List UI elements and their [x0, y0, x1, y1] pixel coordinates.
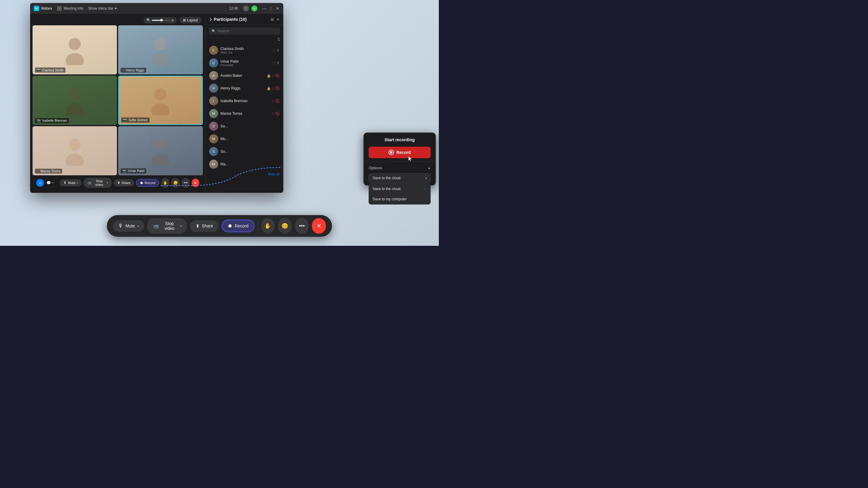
mute-caret-zoom: ▾: [137, 224, 139, 228]
popup-title: Start recording: [384, 137, 415, 142]
svg-point-11: [151, 154, 169, 166]
participant-item-ma2[interactable]: M Ma...: [206, 158, 283, 170]
participant-info-clarissa: Clarissa Smith Host, me: [221, 47, 271, 54]
panel-collapse-icon[interactable]: ❯: [209, 17, 212, 22]
video-grid-header: 🔍 ⊕ ⊞ Layout: [33, 16, 203, 25]
zoom-slider[interactable]: [152, 20, 170, 21]
reaction-button-inline[interactable]: 😊: [171, 178, 180, 188]
video-cell-isabelle[interactable]: 📷 Isabelle Brennan: [33, 76, 117, 125]
toolbar-webex-icon: ◎: [36, 179, 44, 187]
raise-hand-button-inline[interactable]: ✋: [161, 178, 169, 188]
participant-name-mu: Mu...: [221, 137, 280, 141]
participant-name-isabella: Isabella Brennan: [221, 99, 270, 103]
mute-button-inline[interactable]: 🎙 Mute ▾: [60, 179, 82, 187]
video-grid: 📷 Clarissa Smith ✕: [33, 25, 203, 175]
stop-video-label-zoom: Stop video: [161, 221, 178, 231]
video-cell-marise[interactable]: ✕ Marise Torres: [33, 126, 117, 175]
zoom-slider-fill: [152, 20, 161, 21]
layout-button[interactable]: ⊞ Layout: [179, 17, 202, 24]
mute-icon-henry: ✕: [122, 69, 125, 72]
mute-all-button[interactable]: Mute all: [268, 172, 280, 176]
toolbar-chat-btn[interactable]: 💬 ▾: [44, 180, 56, 186]
record-button-inline[interactable]: ⏺ Record: [136, 179, 159, 187]
more-button-zoom[interactable]: •••: [295, 218, 309, 234]
record-icon-zoom: ⏺: [227, 223, 232, 229]
avatar-so: S: [209, 122, 218, 131]
sort-icon[interactable]: ⇅: [277, 37, 280, 41]
save-option-cloud[interactable]: Save to the cloud ✓: [369, 184, 430, 194]
save-dropdown-chevron-icon: ▾: [425, 176, 427, 180]
participant-item-clarissa[interactable]: C Clarissa Smith Host, me □ 🎙: [206, 44, 283, 57]
save-selected-label: Save to the cloud: [373, 176, 401, 180]
participant-item-so2[interactable]: S So...: [206, 145, 283, 158]
share-button-zoom[interactable]: ⬆ Share: [190, 220, 218, 232]
app-window: W Webex i Meeting info Show menu bar ▾ 1…: [30, 3, 283, 193]
participant-info-austen: Austen Baker: [221, 73, 265, 78]
status-icon: ●: [251, 5, 257, 11]
clock-display: 12:40: [229, 6, 238, 10]
stop-video-button-zoom[interactable]: 📹 Stop video ▾: [147, 218, 187, 234]
participant-icons-clarissa: □ 🎙: [273, 48, 280, 52]
participant-item-henry[interactable]: H Henry Riggs 🔒 □ 🚫: [206, 82, 283, 95]
participant-icons-umar: □ 🎙: [273, 61, 280, 65]
record-button-zoom[interactable]: ⏺ Record: [221, 220, 254, 232]
video-cell-clarissa[interactable]: 📷 Clarissa Smith: [33, 25, 117, 74]
end-call-button-inline[interactable]: ✕: [192, 178, 199, 187]
video-feed-henry: [118, 25, 203, 74]
participant-info-isabella: Isabella Brennan: [221, 99, 270, 103]
participant-name-henry: Henry Riggs: [221, 86, 265, 90]
stop-video-label: Stop video: [93, 179, 105, 187]
end-call-button-zoom[interactable]: ✕: [312, 218, 326, 234]
mute-all-row: Mute all: [206, 170, 283, 178]
save-option-computer[interactable]: Save to my computer: [369, 194, 430, 204]
video-cell-henry[interactable]: ✕ Henry Riggs: [118, 25, 203, 74]
avatar-ma2: M: [209, 160, 218, 169]
video-icon-zoom: 📹: [153, 223, 159, 229]
participants-panel: ❯ Participants (10) ⊞ ✕ 🔍 ⇅ C: [205, 14, 283, 193]
raise-hand-button-zoom[interactable]: ✋: [261, 218, 275, 234]
webex-icon: W: [34, 6, 39, 11]
video-label-clarissa: 📷 Clarissa Smith: [35, 67, 65, 73]
participant-name-austen: Austen Baker: [221, 73, 265, 78]
svg-point-0: [69, 38, 81, 50]
reaction-button-zoom[interactable]: 😊: [278, 218, 292, 234]
more-icon: •••: [184, 181, 188, 185]
share-button-inline[interactable]: ⬆ Share: [114, 179, 134, 187]
more-button-inline[interactable]: •••: [181, 178, 190, 188]
end-call-icon: ✕: [193, 181, 197, 185]
participant-item-mu[interactable]: M Mu...: [206, 133, 283, 145]
participants-list: C Clarissa Smith Host, me □ 🎙 U: [206, 43, 283, 193]
zoom-control[interactable]: 🔍 ⊕: [144, 17, 177, 24]
maximize-button[interactable]: □: [269, 6, 273, 10]
avatar-clarissa: C: [209, 46, 218, 55]
minimize-button[interactable]: —: [262, 6, 267, 10]
video-cell-sofia[interactable]: 📷 Sofia Gomez: [118, 76, 203, 125]
save-dropdown-trigger[interactable]: Save to the cloud ▾: [369, 173, 431, 183]
record-start-button[interactable]: Record: [369, 147, 431, 158]
participant-item-umar[interactable]: U Umar Patel Presenter □ 🎙: [206, 57, 283, 69]
video-icon-marise: □: [272, 112, 274, 116]
participant-item-so[interactable]: S So...: [206, 120, 283, 133]
stop-video-button-inline[interactable]: 📹 Stop video ▾: [84, 178, 112, 188]
toolbar-left: ◎ 💬 ▾: [36, 179, 56, 187]
options-header[interactable]: Options ▲: [369, 164, 431, 172]
participant-item-marise[interactable]: M Marise Torres □ 🚫: [206, 107, 283, 120]
mute-button-zoom[interactable]: 🎙 Mute ▾: [113, 220, 144, 232]
close-panel-icon[interactable]: ✕: [276, 17, 280, 22]
search-input[interactable]: [218, 29, 277, 33]
video-icon-henry: □: [272, 87, 274, 90]
reaction-icon: 😊: [173, 181, 178, 185]
menu-bar-chevron-icon: ▾: [115, 6, 117, 10]
camera-icon-sofia: 📷: [123, 118, 127, 122]
video-cell-umar[interactable]: 📷 Umar Patel: [118, 126, 203, 175]
record-icon: ⏺: [140, 181, 144, 185]
participant-item-austen[interactable]: A Austen Baker 🔒 □ 🚫: [206, 69, 283, 82]
popout-icon[interactable]: ⊞: [271, 17, 274, 22]
video-label-sofia: 📷 Sofia Gomez: [121, 118, 150, 123]
meeting-info-btn[interactable]: i Meeting info: [57, 6, 83, 11]
svg-point-8: [69, 138, 81, 151]
close-button[interactable]: ✕: [276, 6, 280, 10]
participant-item-isabella[interactable]: I Isabella Brennan □ 🚫: [206, 95, 283, 107]
show-menu-bar-btn[interactable]: Show menu bar ▾: [88, 6, 117, 10]
participant-name-clarissa: Clarissa Smith: [221, 47, 271, 51]
